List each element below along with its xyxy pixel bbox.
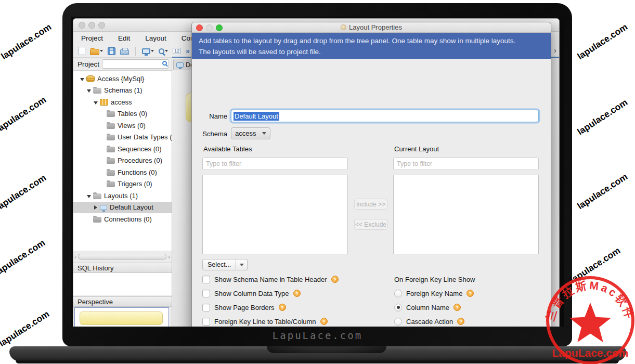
- expanded-arrow-icon[interactable]: [87, 89, 91, 93]
- layout-monitor-icon: [100, 205, 107, 210]
- dropdown-caret-icon: [151, 50, 154, 52]
- folder-icon: [107, 170, 115, 176]
- checkbox-show-schema-name[interactable]: Show Schema Name in Table Header ?: [202, 275, 339, 284]
- project-sidebar: Project Access {MySql} Sc: [73, 58, 172, 327]
- help-badge-icon[interactable]: ?: [279, 304, 286, 311]
- tree-item-access-schema[interactable]: access: [73, 96, 172, 108]
- collapsed-arrow-icon[interactable]: [94, 205, 97, 210]
- scroll-right-arrow[interactable]: ›: [168, 254, 170, 260]
- scrollbar-thumb[interactable]: [78, 254, 167, 259]
- help-badge-icon[interactable]: ?: [331, 276, 339, 283]
- watermark-text: lapulace.com: [0, 21, 54, 62]
- help-badge-icon[interactable]: ?: [320, 318, 328, 325]
- expanded-arrow-icon[interactable]: [94, 101, 98, 105]
- page-size-button[interactable]: 12: [173, 48, 181, 54]
- checkbox-icon[interactable]: [202, 318, 210, 326]
- help-badge-icon[interactable]: ?: [457, 318, 464, 325]
- checkbox-icon[interactable]: [202, 290, 210, 297]
- perspective-header[interactable]: Perspective: [73, 296, 172, 307]
- select-split-button[interactable]: Select...: [202, 259, 248, 270]
- folder-icon: [107, 158, 115, 164]
- available-filter-input[interactable]: [202, 158, 348, 170]
- watermark-text: lapulace.com: [575, 97, 629, 137]
- layout-name-input[interactable]: Default Layout: [231, 110, 539, 122]
- expanded-arrow-icon[interactable]: [80, 78, 84, 81]
- zoom-window-button[interactable]: [98, 22, 105, 29]
- dialog-minimize-button[interactable]: [206, 24, 213, 31]
- schema-dropdown[interactable]: access: [231, 127, 270, 139]
- new-project-button[interactable]: [79, 47, 85, 55]
- exclude-button[interactable]: << Exclude: [354, 219, 387, 230]
- current-filter-input[interactable]: [393, 158, 539, 170]
- select-dropdown-arrow[interactable]: [236, 259, 248, 270]
- available-tables-list[interactable]: [202, 175, 348, 254]
- help-badge-icon[interactable]: ?: [466, 290, 474, 297]
- perspective-preview: [74, 307, 169, 327]
- minimize-window-button[interactable]: [88, 22, 95, 29]
- name-label: Name: [199, 112, 227, 120]
- tree-item-schemas[interactable]: Schemas (1): [73, 85, 172, 97]
- tree-item-tables[interactable]: Tables (0): [73, 108, 172, 120]
- presentation-button[interactable]: [142, 48, 154, 54]
- radio-foreign-key-name[interactable]: Foreign Key Name ?: [394, 289, 474, 298]
- tree-item-layouts[interactable]: Layouts (1): [73, 190, 172, 202]
- sql-history-panel: [73, 273, 172, 295]
- tree-item-default-layout[interactable]: Default Layout: [73, 202, 172, 214]
- scroll-left-arrow[interactable]: ‹: [74, 254, 76, 260]
- checkbox-show-column-data-type[interactable]: Show Column Data Type ?: [202, 289, 301, 298]
- tree-item-views[interactable]: Views (0): [73, 120, 172, 132]
- current-layout-list[interactable]: [393, 175, 539, 254]
- database-icon: [86, 75, 95, 82]
- sql-history-header[interactable]: SQL History: [73, 263, 172, 273]
- banner-line-2: The layouts will be saved to project fil…: [199, 47, 544, 58]
- current-layout-label: Current Layout: [394, 145, 439, 153]
- stamp-bottom-text: LapuLace.com: [552, 347, 628, 359]
- help-badge-icon[interactable]: ?: [293, 290, 301, 297]
- toolbar-overflow-chevron[interactable]: ›: [554, 46, 556, 55]
- zoom-button[interactable]: [159, 48, 168, 54]
- project-tree: Access {MySql} Schemas (1) access: [73, 70, 172, 251]
- tree-item-user-data-types[interactable]: User Data Types (0): [73, 132, 172, 144]
- dialog-zoom-button[interactable]: [216, 24, 223, 31]
- radio-column-name[interactable]: Column Name ?: [394, 303, 461, 312]
- include-button[interactable]: Include >>: [354, 199, 387, 210]
- help-badge-icon[interactable]: ?: [453, 304, 461, 311]
- expanded-arrow-icon[interactable]: [87, 195, 91, 198]
- checkbox-icon[interactable]: [202, 304, 210, 311]
- print-button[interactable]: [120, 47, 129, 55]
- open-folder-icon: [90, 49, 99, 55]
- tree-item-functions[interactable]: Functions (0): [73, 166, 172, 178]
- menu-edit[interactable]: Edit: [118, 34, 130, 42]
- checkbox-foreign-key-line[interactable]: Foreign Key Line to Table/Column ?: [202, 317, 328, 326]
- close-window-button[interactable]: [79, 22, 85, 29]
- horizontal-scrollbar[interactable]: ‹ ›: [74, 253, 170, 261]
- project-search-field[interactable]: [102, 59, 169, 69]
- tree-item-triggers[interactable]: Triggers (0): [73, 178, 172, 190]
- dialog-info-banner: Add tables to the layout by drag and dro…: [192, 33, 551, 59]
- dropdown-caret-icon: [165, 50, 168, 52]
- dialog-close-button[interactable]: [196, 24, 203, 31]
- select-button-label[interactable]: Select...: [202, 259, 236, 270]
- tree-item-connections[interactable]: Connections (0): [73, 213, 172, 225]
- folder-open-icon: [93, 193, 101, 199]
- tree-item-procedures[interactable]: Procedures (0): [73, 155, 172, 167]
- folder-icon: [107, 135, 115, 140]
- menu-project[interactable]: Project: [81, 34, 103, 42]
- menu-layout[interactable]: Layout: [145, 34, 166, 42]
- radio-icon[interactable]: [394, 318, 402, 326]
- radio-selected-icon[interactable]: [394, 304, 402, 311]
- checkbox-show-page-borders[interactable]: Show Page Borders ?: [202, 303, 286, 312]
- tree-item-database[interactable]: Access {MySql}: [73, 73, 172, 85]
- checkbox-icon[interactable]: [202, 276, 210, 283]
- save-icon: [108, 47, 115, 55]
- folder-icon: [107, 123, 115, 129]
- fk-line-group-label: On Foreign Key Line Show: [394, 276, 475, 283]
- stage: LapuLace.com Project Edit Layout Connect…: [0, 0, 635, 364]
- save-button[interactable]: [108, 47, 115, 55]
- tree-item-sequences[interactable]: Sequences (0): [73, 143, 172, 155]
- open-project-button[interactable]: [90, 47, 103, 55]
- search-input[interactable]: [102, 60, 169, 68]
- radio-icon[interactable]: [394, 290, 402, 297]
- toolbar-more-button[interactable]: »: [186, 47, 189, 55]
- radio-cascade-action[interactable]: Cascade Action ?: [394, 317, 464, 326]
